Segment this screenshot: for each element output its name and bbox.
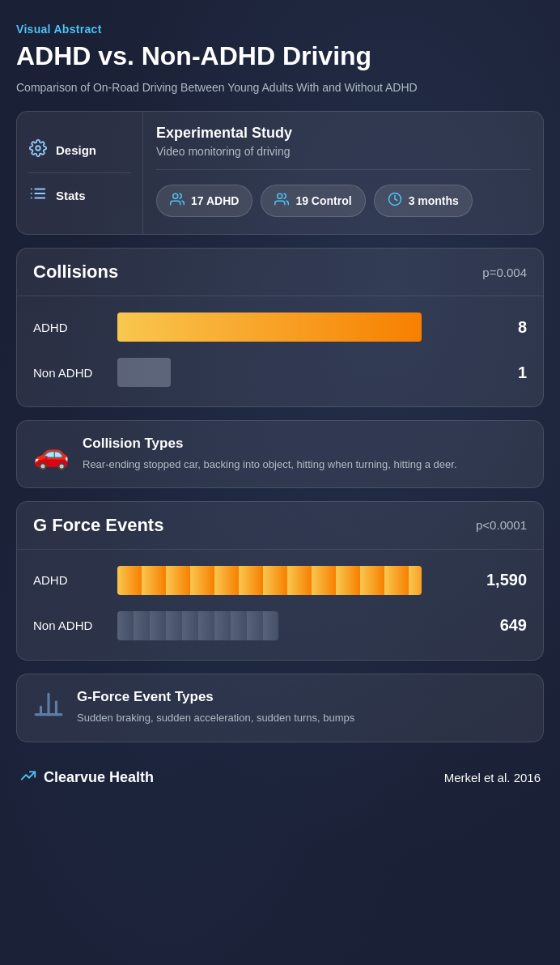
gforce-rows: ADHD 1,590 Non ADHD 649: [17, 550, 543, 660]
svg-point-8: [278, 194, 282, 199]
gforce-types-desc: Sudden braking, sudden acceleration, sud…: [77, 710, 354, 726]
gforce-nonadhd-bar: [117, 611, 278, 640]
brand-logo: Clearvue Health: [19, 767, 154, 789]
design-label: Design: [56, 143, 96, 157]
main-title: ADHD vs. Non-ADHD Driving: [16, 40, 544, 71]
gforce-adhd-value: 1,590: [486, 571, 527, 589]
stats-label: Stats: [56, 189, 86, 202]
gforce-types-text: G-Force Event Types Sudden braking, sudd…: [77, 689, 354, 726]
clock-icon: [388, 192, 402, 210]
duration-label: 3 months: [409, 194, 459, 207]
collision-types-content: 🚗 Collision Types Rear-ending stopped ca…: [17, 421, 543, 487]
collisions-adhd-row: ADHD 8: [33, 304, 527, 350]
duration-chip: 3 months: [374, 185, 473, 217]
control-count-label: 19 Control: [295, 194, 351, 207]
gforce-adhd-label: ADHD: [33, 573, 106, 587]
people-control-icon: [274, 192, 289, 210]
header-section: Visual Abstract ADHD vs. Non-ADHD Drivin…: [16, 23, 544, 96]
gforce-nonadhd-bar-container: [117, 611, 475, 640]
collisions-adhd-bar: [117, 312, 422, 342]
stats-sidebar-item: Stats: [28, 172, 131, 218]
gforce-types-title: G-Force Event Types: [77, 689, 354, 705]
collision-types-title: Collision Types: [83, 436, 457, 452]
people-icon: [170, 192, 185, 210]
design-study-type: Video monitoring of driving: [156, 145, 530, 170]
stats-chips: 17 ADHD 19 Control: [156, 185, 530, 217]
gforce-adhd-bar: [117, 566, 422, 595]
collisions-nonadhd-label: Non ADHD: [33, 366, 106, 380]
collisions-rows: ADHD 8 Non ADHD 1: [17, 296, 543, 406]
collision-types-card: 🚗 Collision Types Rear-ending stopped ca…: [16, 420, 544, 488]
right-content: Experimental Study Video monitoring of d…: [142, 112, 543, 234]
gforce-nonadhd-label: Non ADHD: [33, 619, 106, 632]
adhd-count-label: 17 ADHD: [191, 194, 239, 207]
gforce-types-card: G-Force Event Types Sudden braking, sudd…: [16, 674, 544, 742]
subtitle: Comparison of On-Road Driving Between Yo…: [16, 79, 544, 96]
citation: Merkel et al. 2016: [444, 771, 541, 784]
svg-point-0: [36, 147, 40, 151]
collision-types-text: Collision Types Rear-ending stopped car,…: [83, 436, 457, 473]
collisions-card: Collisions p=0.004 ADHD 8 Non ADHD 1: [16, 248, 544, 407]
gforce-p-value: p<0.0001: [476, 518, 527, 532]
collisions-nonadhd-bar-container: [117, 358, 475, 387]
footer: Clearvue Health Merkel et al. 2016: [16, 755, 544, 792]
list-icon: [28, 185, 48, 206]
adhd-count-chip: 17 ADHD: [156, 185, 252, 217]
brand-icon: [19, 767, 37, 789]
collisions-header: Collisions p=0.004: [17, 249, 543, 296]
design-sidebar-item: Design: [28, 128, 131, 172]
gforce-nonadhd-value: 649: [486, 616, 527, 635]
collision-types-desc: Rear-ending stopped car, backing into ob…: [83, 457, 457, 473]
control-count-chip: 19 Control: [261, 185, 365, 217]
collisions-nonadhd-bar: [117, 358, 171, 387]
gforce-adhd-bar-container: [117, 566, 475, 595]
svg-point-7: [173, 194, 178, 199]
left-sidebar: Design Stats: [17, 112, 142, 234]
collisions-nonadhd-row: Non ADHD 1: [33, 350, 527, 395]
collisions-adhd-label: ADHD: [33, 321, 106, 334]
bar-chart-icon: [33, 689, 64, 727]
visual-abstract-label: Visual Abstract: [16, 23, 544, 36]
gforce-nonadhd-row: Non ADHD 649: [33, 603, 527, 648]
car-emoji-icon: 🚗: [33, 437, 70, 471]
gear-icon: [28, 139, 48, 161]
collisions-title: Collisions: [33, 261, 118, 283]
design-title: Experimental Study: [156, 125, 530, 142]
design-stats-card: Design Stats Experimental Study: [16, 111, 544, 235]
gforce-card: G Force Events p<0.0001 ADHD 1,590 Non A…: [16, 501, 544, 661]
collisions-nonadhd-value: 1: [486, 363, 527, 382]
collisions-adhd-value: 8: [486, 318, 527, 337]
brand-name: Clearvue Health: [44, 769, 154, 786]
gforce-header: G Force Events p<0.0001: [17, 502, 543, 550]
gforce-adhd-row: ADHD 1,590: [33, 558, 527, 603]
collisions-adhd-bar-container: [117, 312, 475, 342]
gforce-title: G Force Events: [33, 515, 163, 536]
gforce-types-content: G-Force Event Types Sudden braking, sudd…: [17, 674, 543, 742]
collisions-p-value: p=0.004: [482, 266, 527, 279]
